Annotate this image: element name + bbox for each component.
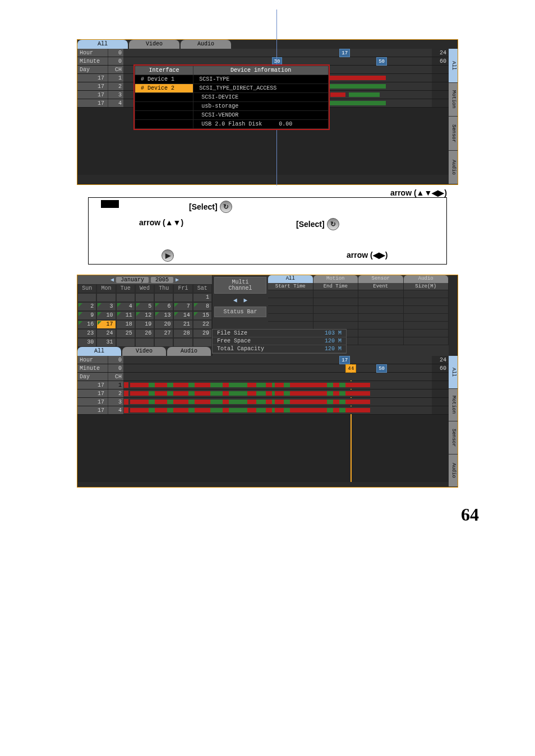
calendar: ◀ January 2005 ▶ SunMonTueWedThuFriSat 1… xyxy=(77,275,212,356)
table-row[interactable] xyxy=(268,314,449,322)
cal-cell xyxy=(135,293,154,302)
cal-cell[interactable]: 16 xyxy=(77,320,96,329)
side-tab-motion[interactable]: Motion xyxy=(449,83,458,117)
cal-cell[interactable]: 1 xyxy=(193,293,212,302)
minute-track[interactable]: 30 50 xyxy=(124,57,432,65)
hour-cursor-2[interactable]: 17 xyxy=(339,356,350,364)
channel-row[interactable]: 173 xyxy=(77,398,449,406)
cal-cell[interactable]: 11 xyxy=(116,311,135,320)
rtab-all[interactable]: All xyxy=(268,275,313,283)
side-tabs-2: All Motion Sensor Audio xyxy=(449,356,458,487)
popup-col-interface: Interface xyxy=(135,66,193,75)
hour-row: Hour 0 17 24 xyxy=(77,49,449,57)
minute-cursor-2[interactable]: 50 xyxy=(376,364,387,373)
cal-cell xyxy=(116,293,135,302)
cal-cell[interactable]: 31 xyxy=(96,338,116,347)
cal-cell[interactable]: 19 xyxy=(135,320,154,329)
cal-cell[interactable]: 23 xyxy=(77,329,96,338)
minute-track-2[interactable]: 44 50 xyxy=(124,364,432,372)
table-row[interactable] xyxy=(268,290,449,298)
cal-cell[interactable]: 29 xyxy=(193,329,212,338)
cal-cell[interactable]: 21 xyxy=(173,320,192,329)
side-tab-audio-2[interactable]: Audio xyxy=(449,454,458,488)
cal-cell[interactable]: 7 xyxy=(173,302,192,311)
cal-cell[interactable]: 2 xyxy=(77,302,96,311)
side-tab-sensor-2[interactable]: Sensor xyxy=(449,421,458,454)
cal-cell[interactable]: 17 xyxy=(96,320,116,329)
side-tab-all-2[interactable]: All xyxy=(449,356,458,389)
side-tab-all[interactable]: All xyxy=(449,49,458,83)
tab-audio[interactable]: Audio xyxy=(181,40,231,49)
hour-row-2: Hour 0 17 24 xyxy=(77,356,449,364)
cal-cell xyxy=(96,293,116,302)
table-row[interactable] xyxy=(268,322,449,330)
cal-cell[interactable]: 15 xyxy=(193,311,212,320)
cal-cell[interactable]: 26 xyxy=(135,329,154,338)
tab-all-2[interactable]: All xyxy=(77,347,121,356)
cal-cell[interactable]: 30 xyxy=(77,338,96,347)
cal-cell xyxy=(135,338,154,347)
cal-cell[interactable]: 28 xyxy=(173,329,192,338)
day-heading: Day xyxy=(77,66,108,73)
cal-cell[interactable]: 9 xyxy=(77,311,96,320)
channel-row[interactable]: 172 xyxy=(77,389,449,398)
cal-cell[interactable]: 24 xyxy=(96,329,116,338)
channel-row[interactable]: 171 xyxy=(77,381,449,389)
cal-cell[interactable]: 8 xyxy=(193,302,212,311)
hour-track-2[interactable]: 17 xyxy=(124,356,432,364)
cal-cell[interactable]: 5 xyxy=(135,302,154,311)
cal-cell[interactable]: 6 xyxy=(154,302,173,311)
cal-cell[interactable]: 22 xyxy=(193,320,212,329)
prev-month-icon[interactable]: ◀ xyxy=(110,276,114,283)
hour-cursor[interactable]: 17 xyxy=(339,49,350,57)
tab-video-2[interactable]: Video xyxy=(122,347,166,356)
tab-audio-2[interactable]: Audio xyxy=(167,347,211,356)
side-tab-motion-2[interactable]: Motion xyxy=(449,389,458,422)
channel-prev-icon: ◀ xyxy=(233,296,237,304)
cal-cell[interactable]: 18 xyxy=(116,320,135,329)
tab-video[interactable]: Video xyxy=(129,40,179,49)
multi-channel-button[interactable]: Multi Channel xyxy=(214,277,266,294)
cal-cell[interactable]: 10 xyxy=(96,311,116,320)
totalcap-label: Total Capacity xyxy=(217,346,264,352)
device-2-row[interactable]: # Device 2 SCSI_TYPE_DIRECT_ACCESS xyxy=(135,84,329,93)
cal-day-header: Sat xyxy=(193,284,212,293)
tab-all[interactable]: All xyxy=(77,40,128,49)
cal-cell[interactable]: 3 xyxy=(96,302,116,311)
hour-start: 0 xyxy=(108,49,124,57)
table-row[interactable] xyxy=(268,306,449,314)
status-bar-button[interactable]: Status Bar xyxy=(214,307,266,317)
year-label[interactable]: 2005 xyxy=(151,277,173,283)
channel-nav[interactable]: ◀▶ xyxy=(213,295,268,305)
rtab-sensor[interactable]: Sensor xyxy=(358,275,403,283)
minute-start: 0 xyxy=(108,57,124,65)
hour-track[interactable]: 17 xyxy=(124,49,432,57)
rtab-motion[interactable]: Motion xyxy=(313,275,358,283)
cal-cell[interactable]: 4 xyxy=(116,302,135,311)
rtab-audio[interactable]: Audio xyxy=(404,275,449,283)
cal-day-header: Fri xyxy=(173,284,192,293)
cal-cell[interactable]: 12 xyxy=(135,311,154,320)
device-1-row[interactable]: # Device 1 SCSI-TYPE xyxy=(135,75,329,84)
cal-cell xyxy=(154,293,173,302)
side-tab-sensor[interactable]: Sensor xyxy=(449,117,458,151)
minute-cursor[interactable]: 50 xyxy=(376,57,387,66)
cal-cell[interactable]: 25 xyxy=(116,329,135,338)
black-box xyxy=(101,200,119,208)
arrow-updown-label: arrow (▲▼) xyxy=(139,218,183,227)
channel-row[interactable]: 174 xyxy=(77,406,449,415)
cal-cell[interactable]: 13 xyxy=(154,311,173,320)
select-label-2: [Select] xyxy=(296,220,325,229)
cal-cell xyxy=(77,293,96,302)
month-label[interactable]: January xyxy=(116,277,149,283)
side-tab-audio[interactable]: Audio xyxy=(449,151,458,185)
screenshot-timeline-popup: All Video Audio Hour 0 17 24 Minute 0 30… xyxy=(77,39,458,185)
cal-cell[interactable]: 14 xyxy=(173,311,192,320)
cal-cell xyxy=(193,338,212,347)
cal-cell xyxy=(173,338,192,347)
filesize-value: 103 M xyxy=(325,330,342,336)
next-month-icon[interactable]: ▶ xyxy=(176,276,179,283)
cal-cell[interactable]: 27 xyxy=(154,329,173,338)
cal-cell[interactable]: 20 xyxy=(154,320,173,329)
table-row[interactable] xyxy=(268,298,449,306)
